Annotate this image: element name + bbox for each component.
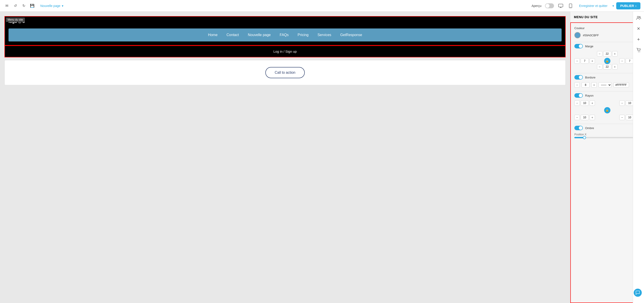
margin-lock-icon[interactable]: 🔒 (604, 58, 610, 64)
rayon-toggle[interactable] (574, 93, 583, 98)
nav-item-getresponse[interactable]: GetResponse (340, 33, 362, 37)
margin-grid: − + − + 🔒 − + (574, 51, 640, 70)
save-quit-button[interactable]: Enregistrer et quitter (576, 3, 610, 9)
marge-toggle[interactable] (574, 44, 583, 48)
margin-sides-row: − + 🔒 − + (574, 58, 640, 64)
radius-bl-input[interactable] (581, 115, 589, 120)
border-style-select[interactable]: —— - - - ··· (598, 82, 612, 88)
site-menu-block[interactable]: Menu du site logo o Home Contact Nouvell… (4, 16, 566, 46)
margin-bottom-minus[interactable]: − (597, 64, 602, 70)
margin-right-input[interactable] (626, 58, 634, 64)
undo-icon[interactable]: ↺ (12, 3, 18, 9)
margin-right-minus[interactable]: − (619, 58, 625, 64)
border-color-input[interactable] (613, 83, 629, 87)
margin-left-minus[interactable]: − (574, 58, 580, 64)
save-icon[interactable]: 💾 (29, 3, 36, 9)
margin-left-plus[interactable]: + (590, 58, 595, 64)
position-x-label: Position X (574, 133, 640, 136)
panel-title: MENU DU SITE (574, 15, 598, 19)
rayon-toggle-row: Rayon (574, 93, 640, 98)
page-chevron-icon: ▾ (62, 4, 63, 8)
publish-arrow-icon: › (635, 4, 636, 8)
color-row: #59A0CBFF (574, 32, 640, 38)
ombre-track (574, 126, 583, 130)
apercu-toggle[interactable] (545, 3, 554, 8)
cart-icon[interactable] (635, 47, 642, 54)
ombre-label: Ombre (585, 126, 594, 130)
radius-br-minus[interactable]: − (619, 115, 625, 120)
nav-item-nouvelle-page[interactable]: Nouvelle page (248, 33, 271, 37)
toolbar: ✉ ↺ ↻ 💾 Nouvelle page ▾ Aperçu Enregistr… (0, 0, 644, 12)
nav-item-home[interactable]: Home (208, 33, 218, 37)
nav-item-faqs[interactable]: FAQs (280, 33, 289, 37)
radius-tr-input[interactable] (626, 100, 634, 106)
toolbar-center: Aperçu (532, 3, 574, 9)
color-swatch[interactable] (574, 32, 581, 38)
svg-point-8 (639, 52, 640, 52)
margin-top-minus[interactable]: − (597, 51, 602, 57)
nav-bar: Home Contact Nouvelle page FAQs Pricing … (8, 29, 562, 42)
radius-tl-minus[interactable]: − (574, 100, 580, 106)
border-size-input[interactable] (582, 82, 590, 88)
border-size-plus[interactable]: + (592, 82, 597, 88)
apercu-track (545, 3, 554, 8)
margin-top-control: − + (597, 51, 618, 57)
radius-lock-icon[interactable]: 🔒 (604, 107, 610, 113)
radius-bl-minus[interactable]: − (574, 115, 580, 120)
position-x-slider[interactable] (574, 137, 640, 138)
margin-left-control: − + (574, 58, 595, 64)
nav-item-contact[interactable]: Contact (226, 33, 239, 37)
radius-bl-control: − + (574, 115, 595, 120)
apercu-label: Aperçu (532, 4, 542, 8)
bordure-toggle[interactable] (574, 75, 583, 80)
bordure-label: Bordure (585, 76, 596, 79)
radius-br-input[interactable] (626, 115, 634, 120)
svg-point-7 (638, 52, 639, 52)
radius-bl-plus[interactable]: + (590, 115, 595, 120)
margin-left-input[interactable] (581, 58, 589, 64)
margin-bottom-input[interactable] (603, 64, 611, 70)
border-size-minus[interactable]: − (574, 82, 580, 88)
email-logo-icon[interactable]: ✉ (4, 3, 10, 9)
radius-tl-input[interactable] (581, 100, 589, 106)
login-bar[interactable]: Log in / Sign up (4, 46, 566, 57)
page-selector-button[interactable]: Nouvelle page ▾ (38, 3, 66, 9)
rayon-track (574, 93, 583, 98)
margin-bottom-plus[interactable]: + (612, 64, 618, 70)
border-controls-row: − + —— - - - ··· (574, 82, 640, 88)
margin-bottom-row: − + (574, 64, 640, 70)
people-icon[interactable] (635, 14, 642, 22)
ombre-toggle-row: Ombre (574, 126, 640, 130)
divider-4 (574, 124, 640, 124)
position-x-thumb[interactable] (583, 136, 586, 139)
radius-tr-minus[interactable]: − (619, 100, 625, 106)
margin-top-plus[interactable]: + (612, 51, 618, 57)
redo-icon[interactable]: ↻ (20, 3, 27, 9)
margin-top-row: − + (574, 51, 640, 57)
add-element-icon[interactable]: + (635, 36, 642, 43)
publish-button[interactable]: PUBLIER › (616, 2, 640, 10)
close-panel-icon[interactable]: ✕ (635, 25, 642, 32)
ombre-toggle[interactable] (574, 126, 583, 130)
rayon-label: Rayon (585, 94, 594, 97)
desktop-icon[interactable] (558, 3, 564, 9)
cta-button[interactable]: Call to action (265, 67, 305, 78)
nav-item-services[interactable]: Services (318, 33, 331, 37)
cta-section: Call to action (4, 60, 566, 85)
margin-top-input[interactable] (603, 51, 611, 57)
svg-point-5 (637, 16, 639, 18)
menu-tooltip: Menu du site (6, 18, 25, 22)
mobile-icon[interactable] (568, 3, 574, 9)
divider-1 (574, 42, 640, 42)
color-hex-value: #59A0CBFF (583, 34, 599, 37)
radius-lock-row: 🔒 (574, 107, 640, 113)
radius-top-row: − + − + (574, 100, 640, 106)
logo-area: logo o (5, 17, 565, 27)
save-chevron-icon[interactable]: ▾ (612, 4, 614, 8)
chat-bubble-icon[interactable] (634, 289, 642, 297)
main-area: Menu du site logo o Home Contact Nouvell… (0, 12, 644, 303)
radius-tl-plus[interactable]: + (590, 100, 595, 106)
radius-grid: − + − + 🔒 − (574, 100, 640, 120)
canvas: Menu du site logo o Home Contact Nouvell… (0, 12, 570, 303)
nav-item-pricing[interactable]: Pricing (298, 33, 308, 37)
